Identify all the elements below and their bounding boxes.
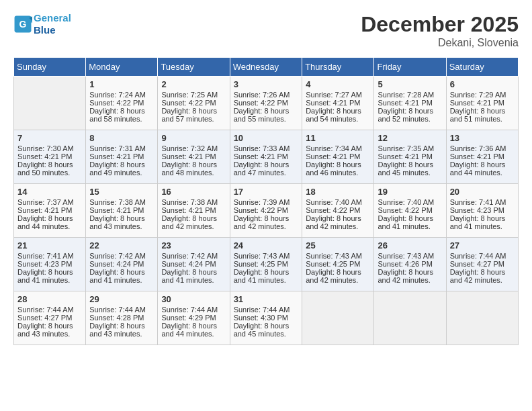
- cell-info-line: Daylight: 8 hours: [378, 161, 442, 169]
- calendar-cell: 9Sunrise: 7:32 AMSunset: 4:21 PMDaylight…: [158, 130, 230, 184]
- main-container: G General Blue December 2025 Dekani, Slo…: [0, 0, 532, 352]
- day-number: 28: [17, 294, 82, 304]
- cell-info-line: Sunset: 4:22 PM: [306, 206, 370, 214]
- cell-info-line: Sunrise: 7:24 AM: [89, 91, 154, 99]
- cell-info-line: Sunrise: 7:44 AM: [450, 252, 515, 260]
- calendar-cell: 22Sunrise: 7:42 AMSunset: 4:24 PMDayligh…: [86, 238, 158, 291]
- cell-info-line: Daylight: 8 hours: [89, 268, 154, 276]
- calendar-cell: [302, 291, 374, 345]
- cell-info-line: Daylight: 8 hours: [17, 322, 82, 330]
- cell-info-line: Sunrise: 7:26 AM: [234, 91, 299, 99]
- calendar-week-3: 21Sunrise: 7:41 AMSunset: 4:23 PMDayligh…: [14, 238, 519, 291]
- cell-info-line: Sunrise: 7:25 AM: [161, 91, 226, 99]
- cell-info-line: and 52 minutes.: [378, 115, 442, 123]
- day-number: 29: [89, 294, 154, 304]
- calendar-cell: 20Sunrise: 7:41 AMSunset: 4:23 PMDayligh…: [446, 184, 518, 238]
- calendar-cell: 28Sunrise: 7:44 AMSunset: 4:27 PMDayligh…: [14, 291, 86, 345]
- cell-info-line: and 42 minutes.: [306, 276, 370, 284]
- day-number: 16: [161, 187, 226, 197]
- cell-info-line: Sunrise: 7:34 AM: [306, 144, 370, 152]
- day-number: 17: [234, 187, 299, 197]
- cell-info-line: and 42 minutes.: [306, 222, 370, 230]
- cell-info-line: Daylight: 8 hours: [234, 107, 299, 115]
- cell-info-line: Sunset: 4:22 PM: [378, 206, 442, 214]
- day-number: 9: [161, 133, 226, 143]
- calendar-cell: 6Sunrise: 7:29 AMSunset: 4:21 PMDaylight…: [446, 77, 518, 130]
- cell-info-line: and 50 minutes.: [17, 169, 82, 177]
- calendar-cell: [14, 77, 86, 130]
- calendar-cell: 29Sunrise: 7:44 AMSunset: 4:28 PMDayligh…: [86, 291, 158, 345]
- cell-info-line: and 43 minutes.: [89, 330, 154, 338]
- cell-info-line: and 41 minutes.: [450, 222, 515, 230]
- cell-info-line: Sunset: 4:27 PM: [450, 260, 515, 268]
- calendar-cell: 8Sunrise: 7:31 AMSunset: 4:21 PMDaylight…: [86, 130, 158, 184]
- cell-info-line: and 42 minutes.: [234, 222, 299, 230]
- cell-info-line: Sunset: 4:21 PM: [234, 152, 299, 161]
- cell-info-line: and 41 minutes.: [17, 276, 82, 284]
- cell-info-line: and 57 minutes.: [161, 115, 226, 123]
- cell-info-line: Sunrise: 7:44 AM: [234, 306, 299, 314]
- cell-info-line: Sunrise: 7:27 AM: [306, 91, 370, 99]
- cell-info-line: Sunrise: 7:32 AM: [161, 144, 226, 152]
- cell-info-line: Daylight: 8 hours: [161, 214, 226, 222]
- cell-info-line: and 45 minutes.: [234, 330, 299, 338]
- cell-info-line: and 45 minutes.: [378, 169, 442, 177]
- cell-info-line: Daylight: 8 hours: [89, 107, 154, 115]
- day-number: 24: [234, 240, 299, 250]
- cell-info-line: Sunset: 4:21 PM: [17, 206, 82, 214]
- cell-info-line: Sunset: 4:21 PM: [306, 99, 370, 107]
- cell-info-line: Daylight: 8 hours: [17, 268, 82, 276]
- cell-info-line: Daylight: 8 hours: [306, 161, 370, 169]
- cell-info-line: Daylight: 8 hours: [378, 107, 442, 115]
- calendar-cell: [374, 291, 446, 345]
- logo: G General Blue: [13, 12, 71, 36]
- cell-info-line: Sunrise: 7:43 AM: [378, 252, 442, 260]
- cell-info-line: Daylight: 8 hours: [161, 161, 226, 169]
- cell-info-line: Daylight: 8 hours: [17, 214, 82, 222]
- day-number: 13: [450, 133, 515, 143]
- day-number: 4: [306, 79, 370, 89]
- cell-info-line: Daylight: 8 hours: [234, 322, 299, 330]
- day-number: 18: [306, 187, 370, 197]
- cell-info-line: Sunset: 4:21 PM: [89, 152, 154, 161]
- calendar-cell: 24Sunrise: 7:43 AMSunset: 4:25 PMDayligh…: [230, 238, 302, 291]
- day-number: 26: [378, 240, 442, 250]
- cell-info-line: Sunrise: 7:37 AM: [17, 198, 82, 206]
- cell-info-line: Sunrise: 7:40 AM: [378, 198, 442, 206]
- cell-info-line: Sunset: 4:23 PM: [450, 206, 515, 214]
- cell-info-line: and 49 minutes.: [89, 169, 154, 177]
- calendar-cell: 17Sunrise: 7:39 AMSunset: 4:22 PMDayligh…: [230, 184, 302, 238]
- cell-info-line: Sunrise: 7:29 AM: [450, 91, 515, 99]
- cell-info-line: Sunrise: 7:42 AM: [89, 252, 154, 260]
- day-number: 30: [161, 294, 226, 304]
- day-number: 8: [89, 133, 154, 143]
- calendar-cell: 11Sunrise: 7:34 AMSunset: 4:21 PMDayligh…: [302, 130, 374, 184]
- cell-info-line: and 51 minutes.: [450, 115, 515, 123]
- svg-text:G: G: [19, 19, 27, 30]
- calendar-cell: 12Sunrise: 7:35 AMSunset: 4:21 PMDayligh…: [374, 130, 446, 184]
- cell-info-line: Daylight: 8 hours: [161, 322, 226, 330]
- cell-info-line: Sunset: 4:21 PM: [17, 152, 82, 161]
- cell-info-line: Sunrise: 7:43 AM: [306, 252, 370, 260]
- cell-info-line: Daylight: 8 hours: [450, 268, 515, 276]
- calendar-cell: 1Sunrise: 7:24 AMSunset: 4:22 PMDaylight…: [86, 77, 158, 130]
- logo-icon: G: [13, 15, 32, 34]
- cell-info-line: Sunset: 4:21 PM: [378, 152, 442, 161]
- calendar-cell: 4Sunrise: 7:27 AMSunset: 4:21 PMDaylight…: [302, 77, 374, 130]
- cell-info-line: Daylight: 8 hours: [17, 161, 82, 169]
- weekday-saturday: Saturday: [446, 58, 518, 77]
- calendar-cell: 16Sunrise: 7:38 AMSunset: 4:21 PMDayligh…: [158, 184, 230, 238]
- calendar-cell: 26Sunrise: 7:43 AMSunset: 4:26 PMDayligh…: [374, 238, 446, 291]
- day-number: 6: [450, 79, 515, 89]
- calendar-week-4: 28Sunrise: 7:44 AMSunset: 4:27 PMDayligh…: [14, 291, 519, 345]
- cell-info-line: Daylight: 8 hours: [234, 214, 299, 222]
- day-number: 3: [234, 79, 299, 89]
- cell-info-line: and 43 minutes.: [17, 330, 82, 338]
- cell-info-line: Sunset: 4:23 PM: [17, 260, 82, 268]
- cell-info-line: Daylight: 8 hours: [450, 214, 515, 222]
- weekday-header-row: SundayMondayTuesdayWednesdayThursdayFrid…: [14, 58, 519, 77]
- cell-info-line: Sunrise: 7:41 AM: [450, 198, 515, 206]
- calendar-week-1: 7Sunrise: 7:30 AMSunset: 4:21 PMDaylight…: [14, 130, 519, 184]
- calendar-cell: 25Sunrise: 7:43 AMSunset: 4:25 PMDayligh…: [302, 238, 374, 291]
- cell-info-line: Daylight: 8 hours: [89, 161, 154, 169]
